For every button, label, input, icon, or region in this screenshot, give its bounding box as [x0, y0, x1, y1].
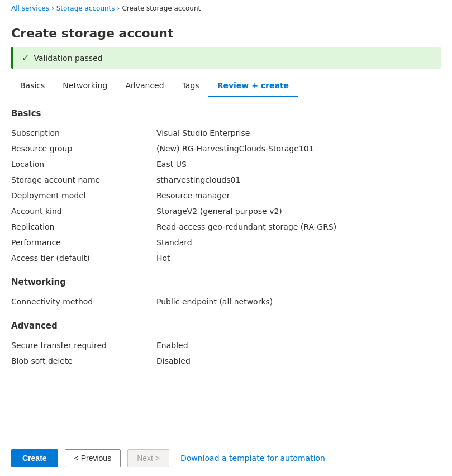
- label-resource-group: Resource group: [11, 144, 156, 153]
- row-account-name: Storage account name stharvestingclouds0…: [11, 172, 441, 188]
- section-title-networking: Networking: [11, 277, 441, 287]
- download-template-link[interactable]: Download a template for automation: [180, 454, 325, 463]
- label-blob-soft-delete: Blob soft delete: [11, 356, 156, 365]
- row-replication: Replication Read-access geo-redundant st…: [11, 219, 441, 235]
- footer: Create < Previous Next > Download a temp…: [0, 440, 452, 476]
- label-replication: Replication: [11, 222, 156, 231]
- section-title-basics: Basics: [11, 108, 441, 118]
- row-blob-soft-delete: Blob soft delete Disabled: [11, 353, 441, 369]
- tabs-container: Basics Networking Advanced Tags Review +…: [0, 75, 452, 97]
- value-deployment-model: Resource manager: [156, 191, 230, 200]
- tab-review-create[interactable]: Review + create: [208, 75, 298, 97]
- tab-tags[interactable]: Tags: [173, 75, 208, 97]
- row-subscription: Subscription Visual Studio Enterprise: [11, 125, 441, 141]
- value-resource-group: (New) RG-HarvestingClouds-Storage101: [156, 144, 314, 153]
- value-blob-soft-delete: Disabled: [156, 356, 191, 365]
- validation-check-icon: ✓: [22, 53, 29, 63]
- row-secure-transfer: Secure transfer required Enabled: [11, 337, 441, 353]
- value-account-name: stharvestingclouds01: [156, 175, 240, 184]
- label-subscription: Subscription: [11, 128, 156, 137]
- breadcrumb-all-services[interactable]: All services: [11, 4, 49, 12]
- value-access-tier: Hot: [156, 254, 170, 263]
- label-location: Location: [11, 160, 156, 169]
- page-header: Create storage account: [0, 17, 452, 47]
- label-secure-transfer: Secure transfer required: [11, 341, 156, 350]
- label-account-kind: Account kind: [11, 207, 156, 216]
- main-content: Basics Subscription Visual Studio Enterp…: [0, 97, 452, 440]
- row-account-kind: Account kind StorageV2 (general purpose …: [11, 203, 441, 219]
- label-access-tier: Access tier (default): [11, 254, 156, 263]
- previous-button[interactable]: < Previous: [65, 449, 121, 467]
- next-button: Next >: [127, 449, 169, 467]
- row-deployment-model: Deployment model Resource manager: [11, 188, 441, 203]
- create-button[interactable]: Create: [11, 449, 58, 467]
- row-access-tier: Access tier (default) Hot: [11, 250, 441, 266]
- validation-banner: ✓ Validation passed: [11, 47, 441, 69]
- tab-advanced[interactable]: Advanced: [116, 75, 173, 97]
- breadcrumb-current: Create storage account: [122, 4, 201, 12]
- validation-text: Validation passed: [34, 54, 102, 63]
- value-performance: Standard: [156, 238, 192, 247]
- label-performance: Performance: [11, 238, 156, 247]
- breadcrumb-storage-accounts[interactable]: Storage accounts: [56, 4, 115, 12]
- label-deployment-model: Deployment model: [11, 191, 156, 200]
- row-location: Location East US: [11, 156, 441, 172]
- row-performance: Performance Standard: [11, 235, 441, 250]
- label-connectivity-method: Connectivity method: [11, 297, 156, 306]
- page-title: Create storage account: [11, 26, 441, 40]
- value-location: East US: [156, 160, 187, 169]
- section-title-advanced: Advanced: [11, 321, 441, 331]
- row-connectivity-method: Connectivity method Public endpoint (all…: [11, 294, 441, 310]
- value-secure-transfer: Enabled: [156, 341, 188, 350]
- breadcrumb-separator-2: ›: [117, 4, 120, 12]
- value-subscription: Visual Studio Enterprise: [156, 128, 250, 137]
- tab-networking[interactable]: Networking: [54, 75, 116, 97]
- value-connectivity-method: Public endpoint (all networks): [156, 297, 273, 306]
- breadcrumb-separator-1: ›: [51, 4, 54, 12]
- row-resource-group: Resource group (New) RG-HarvestingClouds…: [11, 141, 441, 156]
- breadcrumb: All services › Storage accounts › Create…: [0, 0, 452, 17]
- value-replication: Read-access geo-redundant storage (RA-GR…: [156, 222, 336, 231]
- label-account-name: Storage account name: [11, 175, 156, 184]
- value-account-kind: StorageV2 (general purpose v2): [156, 207, 282, 216]
- tab-basics[interactable]: Basics: [11, 75, 54, 97]
